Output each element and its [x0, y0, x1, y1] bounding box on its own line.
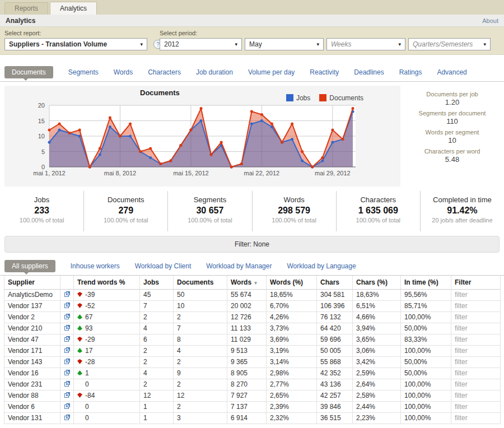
- summary-subtext: 100.00% of total: [253, 217, 336, 224]
- weeks-select[interactable]: Weeks ▾: [326, 38, 405, 50]
- trend-value: 93: [85, 324, 92, 332]
- filter-link[interactable]: filter: [455, 324, 468, 332]
- open-in-window-icon[interactable]: [64, 347, 71, 353]
- open-in-window-icon[interactable]: [64, 291, 71, 297]
- tab-job-duration[interactable]: Job duration: [196, 68, 233, 76]
- supplier-tab-workload-by-language[interactable]: Workload by Language: [287, 262, 356, 270]
- month-select[interactable]: May ▾: [245, 38, 324, 50]
- chevron-down-icon: ▾: [235, 41, 237, 47]
- cell-trend-words: -39: [74, 289, 140, 300]
- cell-documents: 2: [174, 401, 227, 412]
- column-header-supplier[interactable]: Supplier: [4, 276, 60, 289]
- filter-bar[interactable]: Filter: None: [4, 236, 500, 253]
- cell-jobs: 45: [140, 289, 174, 300]
- tab-deadlines[interactable]: Deadlines: [354, 68, 384, 76]
- filter-link[interactable]: filter: [455, 336, 468, 343]
- chevron-down-icon: ▾: [140, 41, 143, 47]
- svg-text:10: 10: [38, 133, 45, 139]
- open-in-window-icon[interactable]: [64, 392, 71, 398]
- filter-link[interactable]: filter: [455, 414, 468, 422]
- supplier-tab-workload-by-client[interactable]: Workload by Client: [135, 262, 192, 270]
- cell-chars: 43 136: [317, 379, 353, 390]
- filter-link[interactable]: filter: [455, 380, 468, 388]
- open-in-window-icon[interactable]: [64, 324, 71, 331]
- cell-chars: 39 846: [317, 401, 353, 412]
- tab-characters[interactable]: Characters: [148, 68, 181, 76]
- open-in-window-icon[interactable]: [64, 380, 71, 387]
- open-in-window-icon[interactable]: [64, 403, 71, 410]
- column-header-icon: [60, 276, 74, 289]
- summary-title: Jobs: [0, 196, 83, 204]
- cell-documents: 8: [174, 334, 227, 345]
- chevron-down-icon: ▾: [316, 41, 319, 47]
- filter-link[interactable]: filter: [455, 291, 468, 299]
- cell-chars-pct: 2,58%: [353, 390, 401, 401]
- cell-filter: filter: [451, 367, 501, 379]
- open-in-window-icon[interactable]: [64, 414, 71, 421]
- column-header-documents[interactable]: Documents: [174, 276, 227, 289]
- cell-jobs: 2: [140, 356, 174, 367]
- column-header-chars[interactable]: Chars (%): [353, 276, 401, 289]
- column-header-chars[interactable]: Chars: [317, 276, 353, 289]
- trend-value: 67: [85, 313, 92, 321]
- summary-title: Characters: [337, 196, 420, 204]
- cell-chars-pct: 3,42%: [353, 356, 401, 367]
- tab-advanced[interactable]: Advanced: [437, 68, 466, 76]
- stat-characters-per-word: Characters per word5.48: [400, 148, 504, 164]
- open-in-window-icon[interactable]: [64, 336, 71, 342]
- column-header-trend-words[interactable]: Trend words %: [74, 276, 140, 289]
- tab-ratings[interactable]: Ratings: [399, 68, 422, 76]
- column-header-words[interactable]: Words (%): [267, 276, 317, 289]
- filter-link[interactable]: filter: [455, 369, 468, 377]
- supplier-tab-workload-by-manager[interactable]: Workload by Manager: [206, 262, 272, 270]
- tab-segments[interactable]: Segments: [68, 68, 99, 76]
- supplier-tab-all-suppliers[interactable]: All suppliers: [4, 260, 55, 272]
- trend-value: 17: [85, 347, 92, 355]
- year-select[interactable]: 2012 ▾: [160, 38, 242, 50]
- cell-words-pct: 18,65%: [267, 289, 317, 300]
- cell-chars-pct: 2,59%: [353, 367, 401, 379]
- tab-reports[interactable]: Reports: [4, 2, 48, 15]
- stat-value: 110: [400, 117, 504, 125]
- cell-trend-words: -29: [74, 334, 140, 345]
- report-select[interactable]: Suppliers - Translation Volume ▾: [4, 38, 147, 50]
- filter-link[interactable]: filter: [455, 313, 468, 321]
- suppliers-table: SupplierTrend words %JobsDocumentsWords▾…: [4, 276, 501, 424]
- cell-chars-pct: 2,23%: [353, 412, 401, 424]
- cell-in-time: 100,00%: [401, 412, 451, 424]
- open-in-window-icon[interactable]: [64, 358, 71, 365]
- cell-words-pct: 4,26%: [267, 311, 317, 323]
- filter-link[interactable]: filter: [455, 358, 468, 366]
- column-header-words[interactable]: Words▾: [227, 276, 267, 289]
- column-header-in-time[interactable]: In time (%): [401, 276, 451, 289]
- filter-link[interactable]: filter: [455, 302, 468, 310]
- tab-documents[interactable]: Documents: [4, 66, 53, 78]
- tab-reactivity[interactable]: Reactivity: [310, 68, 339, 76]
- cell-words-pct: 2,32%: [267, 412, 317, 424]
- summary-title: Segments: [168, 196, 251, 204]
- cell-supplier: Vendor 6: [4, 401, 60, 412]
- summary-title: Documents: [84, 196, 167, 204]
- tab-volume-per-day[interactable]: Volume per day: [248, 68, 295, 76]
- supplier-tab-inhouse-workers[interactable]: Inhouse workers: [71, 262, 120, 270]
- open-in-window-icon[interactable]: [64, 302, 71, 309]
- column-header-filter[interactable]: Filter: [451, 276, 501, 289]
- trend-down-icon: [77, 337, 82, 342]
- summary-cards: Jobs233100.00% of totalDocuments279100.0…: [0, 191, 504, 231]
- weeks-select-value: Weeks: [331, 40, 351, 48]
- about-link[interactable]: About: [482, 17, 498, 24]
- column-header-jobs[interactable]: Jobs: [140, 276, 174, 289]
- tab-words[interactable]: Words: [114, 68, 133, 76]
- table-row: Vendor 17117249 5133,19%50 0053,06%100,0…: [4, 345, 501, 356]
- filter-link[interactable]: filter: [455, 347, 468, 355]
- quarters-select[interactable]: Quarters/Semesters ▾: [408, 38, 491, 50]
- cell-open-report: [60, 323, 74, 334]
- tab-analytics[interactable]: Analytics: [50, 2, 97, 15]
- filter-link[interactable]: filter: [455, 403, 468, 411]
- open-in-window-icon[interactable]: [64, 313, 71, 320]
- cell-words-pct: 2,98%: [267, 367, 317, 379]
- cell-jobs: 7: [140, 300, 174, 311]
- filter-link[interactable]: filter: [455, 392, 468, 399]
- open-in-window-icon[interactable]: [64, 369, 71, 376]
- cell-words: 11 133: [227, 323, 267, 334]
